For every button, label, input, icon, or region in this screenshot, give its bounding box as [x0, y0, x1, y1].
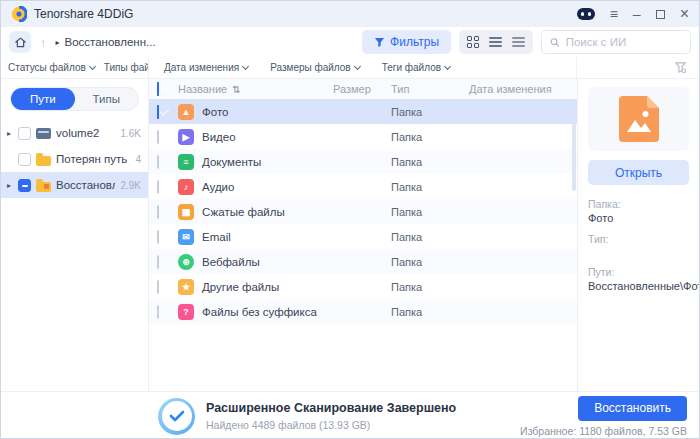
chevron-down-icon: [242, 62, 249, 69]
web-icon: ⊕: [178, 254, 194, 270]
filter-file-tags[interactable]: Теги файлов: [382, 62, 450, 73]
photo-file-icon: [619, 96, 659, 142]
chevron-down-icon: [444, 62, 451, 69]
home-icon: [14, 36, 27, 49]
chevron-down-icon: [354, 62, 361, 69]
table-row[interactable]: ▦ Сжатые файлы Папка: [149, 199, 577, 224]
open-button[interactable]: Открыть: [588, 160, 689, 185]
breadcrumb[interactable]: ▸ Восстановленн...: [56, 36, 156, 48]
row-checkbox[interactable]: [157, 230, 159, 244]
ai-assistant-icon[interactable]: [577, 8, 595, 20]
table-row[interactable]: ▲ Фото Папка: [149, 99, 577, 124]
no-suffix-icon: ?: [178, 304, 194, 320]
home-button[interactable]: [9, 31, 31, 53]
preview-panel: Открыть Папка: Фото Тип: Пути: Восстанов…: [577, 79, 699, 391]
tab-paths[interactable]: Пути: [11, 88, 75, 110]
main-content: Пути Типы ▸ volume2 1.6K Потерян путь к …: [1, 79, 699, 391]
filters-button[interactable]: Фильтры: [362, 30, 451, 54]
file-type: Папка: [391, 256, 469, 268]
header-type[interactable]: Тип: [391, 83, 469, 95]
file-type: Папка: [391, 156, 469, 168]
row-checkbox[interactable]: [157, 105, 159, 119]
header-name[interactable]: Название ⇅: [178, 83, 333, 95]
folder-icon: [36, 182, 51, 192]
tree-checkbox[interactable]: [18, 127, 31, 140]
file-type: Папка: [391, 181, 469, 193]
row-checkbox[interactable]: [157, 155, 159, 169]
scan-status-subtitle: Найдено 4489 файлов (13.93 GB): [206, 419, 456, 431]
tree-checkbox[interactable]: [18, 153, 31, 166]
file-type: Папка: [391, 206, 469, 218]
tree-item-volume2[interactable]: ▸ volume2 1.6K: [1, 120, 148, 146]
navigation-toolbar: ↑ ▸ Восстановленн... Фильтры: [1, 27, 699, 57]
up-arrow-icon[interactable]: ↑: [40, 35, 47, 50]
row-checkbox[interactable]: [157, 255, 159, 269]
table-row[interactable]: ▶ Видео Папка: [149, 124, 577, 149]
table-row[interactable]: ? Файлы без суффикса Папка: [149, 299, 577, 324]
tab-types[interactable]: Типы: [75, 88, 139, 110]
expand-arrow-icon[interactable]: ▸: [5, 181, 13, 190]
filter-file-statuses[interactable]: Статусы файлов: [8, 62, 95, 73]
table-row[interactable]: ★ Другие файлы Папка: [149, 274, 577, 299]
scan-status-title: Расширенное Сканирование Завершено: [206, 401, 456, 415]
item-count: 2.9K: [120, 180, 141, 191]
file-name: Другие файлы: [202, 281, 279, 293]
row-checkbox[interactable]: [157, 180, 159, 194]
close-button[interactable]: ×: [680, 7, 689, 21]
file-type: Папка: [391, 231, 469, 243]
minimize-button[interactable]: –: [633, 7, 641, 21]
file-type: Папка: [391, 281, 469, 293]
search-ai-icon: [550, 37, 560, 48]
recover-button[interactable]: Восстановить: [578, 396, 687, 421]
document-icon: ≡: [178, 154, 194, 170]
grid-view-icon[interactable]: [467, 36, 479, 48]
tree-item-lost-path[interactable]: Потерян путь к фа... 4: [1, 146, 148, 172]
sidebar-tabs: Пути Типы: [10, 87, 139, 111]
row-checkbox[interactable]: [157, 130, 159, 144]
bottom-bar: Расширенное Сканирование Завершено Найде…: [1, 391, 699, 439]
row-checkbox[interactable]: [157, 305, 159, 319]
email-icon: ✉: [178, 229, 194, 245]
detail-view-icon[interactable]: [489, 37, 502, 47]
table-row[interactable]: ⊕ Вебфайлы Папка: [149, 249, 577, 274]
filter-settings-icon[interactable]: [674, 61, 687, 74]
file-name: Email: [202, 231, 231, 243]
header-date[interactable]: Дата изменения: [469, 83, 569, 95]
scrollbar-thumb[interactable]: [572, 121, 576, 191]
row-checkbox[interactable]: [157, 205, 159, 219]
breadcrumb-arrow-icon: ▸: [56, 38, 60, 47]
file-name: Файлы без суффикса: [202, 306, 317, 318]
filter-date-modified[interactable]: Дата изменения: [164, 62, 248, 73]
row-checkbox[interactable]: [157, 280, 159, 294]
file-name: Аудио: [202, 181, 234, 193]
breadcrumb-label: Восстановленн...: [65, 36, 156, 48]
app-logo-icon: [11, 6, 27, 22]
table-body: ▲ Фото Папка ▶ Видео Папка ≡ Документы П…: [149, 99, 577, 324]
file-type: Папка: [391, 131, 469, 143]
item-count: 4: [135, 154, 141, 165]
other-files-icon: ★: [178, 279, 194, 295]
file-type: Папка: [391, 306, 469, 318]
filters-button-label: Фильтры: [390, 35, 439, 49]
list-view-icon[interactable]: [512, 37, 525, 47]
search-input[interactable]: [566, 36, 682, 48]
table-row[interactable]: ♪ Аудио Папка: [149, 174, 577, 199]
tree-item-recovered[interactable]: ▸ Восстановленные 2.9K: [1, 172, 148, 198]
file-name: Видео: [202, 131, 236, 143]
select-all-checkbox[interactable]: [157, 82, 159, 96]
table-row[interactable]: ✉ Email Папка: [149, 224, 577, 249]
chevron-down-icon: [89, 62, 96, 69]
menu-icon[interactable]: ≡: [610, 7, 618, 21]
item-count: 1.6K: [120, 128, 141, 139]
filter-file-types[interactable]: Типы файлов: [104, 62, 149, 73]
file-name: Сжатые файлы: [202, 206, 285, 218]
expand-arrow-icon[interactable]: ▸: [5, 129, 13, 138]
maximize-button[interactable]: [656, 10, 665, 19]
path-label: Пути:: [588, 266, 689, 278]
sort-icon[interactable]: ⇅: [232, 84, 240, 95]
filter-file-sizes[interactable]: Размеры файлов: [270, 62, 360, 73]
header-size[interactable]: Размер: [333, 83, 391, 95]
tree-checkbox[interactable]: [18, 179, 31, 192]
table-row[interactable]: ≡ Документы Папка: [149, 149, 577, 174]
file-type: Папка: [391, 106, 469, 118]
